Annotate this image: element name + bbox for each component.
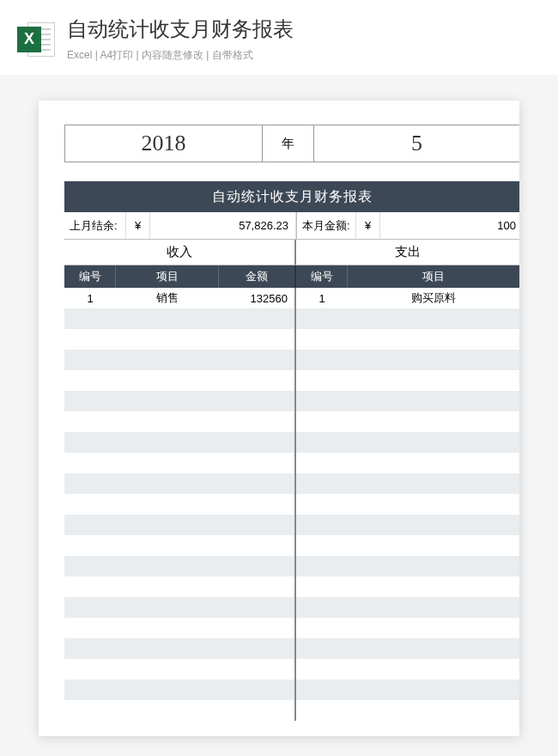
expense-num-cell: [296, 308, 348, 329]
expense-num-cell: [296, 515, 348, 535]
income-amount-cell: [219, 329, 296, 350]
expense-num-cell: [296, 453, 348, 473]
income-item-cell: [116, 432, 219, 453]
expense-num-cell: [296, 597, 348, 618]
table-row: [64, 412, 519, 432]
table-row: [64, 432, 519, 453]
income-amount-cell: [219, 494, 296, 515]
table-row: [64, 391, 519, 412]
col-header-item: 项目: [116, 265, 219, 288]
expense-item-cell: [348, 700, 519, 721]
expense-item-cell: [348, 556, 519, 576]
expense-item-cell: [348, 329, 519, 350]
income-item-cell: [116, 597, 219, 618]
income-item-cell: [116, 473, 219, 494]
income-item-cell: [116, 556, 219, 576]
income-amount-cell: [219, 576, 296, 597]
expense-item-cell: [348, 680, 519, 700]
income-item-cell: [116, 659, 219, 680]
income-item-cell: [116, 308, 219, 329]
table-row: [64, 618, 519, 638]
income-num-cell: [64, 329, 116, 350]
expense-num-cell: [296, 700, 348, 721]
income-num-cell: [64, 535, 116, 556]
page-header: X 自动统计收支月财务报表 Excel | A4打印 | 内容随意修改 | 自带…: [0, 0, 558, 75]
prev-balance-label: 上月结余:: [64, 212, 126, 239]
expense-num-cell: [296, 412, 348, 432]
expense-item-cell: [348, 432, 519, 453]
income-item-cell: [116, 680, 219, 700]
income-amount-cell: 132560: [219, 288, 296, 308]
income-num-cell: [64, 391, 116, 412]
income-num-cell: [64, 700, 116, 721]
income-amount-cell: [219, 556, 296, 576]
income-amount-cell: [219, 370, 296, 391]
expense-item-cell: [348, 494, 519, 515]
document-preview: 2018 年 5 自动统计收支月财务报表 上月结余: ¥ 57,826.23 本…: [39, 101, 519, 736]
summary-row: 上月结余: ¥ 57,826.23 本月金额: ¥ 100: [64, 212, 519, 240]
data-area: 1销售1325601购买原料: [64, 288, 519, 721]
income-item-cell: [116, 700, 219, 721]
column-header-row: 编号 项目 金额 编号 项目: [64, 265, 519, 288]
expense-num-cell: [296, 576, 348, 597]
table-row: [64, 659, 519, 680]
income-num-cell: [64, 680, 116, 700]
expense-item-cell: [348, 515, 519, 535]
income-item-cell: [116, 370, 219, 391]
expense-num-cell: [296, 494, 348, 515]
year-label: 年: [263, 125, 314, 162]
expense-item-cell: [348, 308, 519, 329]
income-num-cell: [64, 659, 116, 680]
expense-num-cell: [296, 659, 348, 680]
section-header-row: 收入 支出: [64, 240, 519, 265]
expense-item-cell: 购买原料: [348, 288, 519, 308]
prev-balance-value: 57,826.23: [150, 212, 296, 239]
income-item-cell: [116, 515, 219, 535]
expense-num-cell: [296, 680, 348, 700]
this-month-label: 本月金额:: [296, 212, 356, 239]
income-num-cell: [64, 638, 116, 659]
income-item-cell: [116, 618, 219, 638]
income-num-cell: [64, 576, 116, 597]
income-amount-cell: [219, 515, 296, 535]
income-item-cell: [116, 535, 219, 556]
expense-num-cell: [296, 350, 348, 370]
table-row: [64, 473, 519, 494]
income-amount-cell: [219, 473, 296, 494]
table-row: [64, 700, 519, 721]
preview-container: 2018 年 5 自动统计收支月财务报表 上月结余: ¥ 57,826.23 本…: [0, 75, 558, 756]
expense-item-cell: [348, 597, 519, 618]
expense-item-cell: [348, 473, 519, 494]
expense-num-cell: [296, 556, 348, 576]
income-num-cell: [64, 412, 116, 432]
expense-section-label: 支出: [296, 240, 519, 265]
income-item-cell: [116, 329, 219, 350]
expense-item-cell: [348, 576, 519, 597]
col-header-amount: 金额: [219, 265, 296, 288]
income-amount-cell: [219, 308, 296, 329]
income-num-cell: [64, 515, 116, 535]
table-row: [64, 329, 519, 350]
income-amount-cell: [219, 412, 296, 432]
expense-num-cell: 1: [296, 288, 348, 308]
income-amount-cell: [219, 350, 296, 370]
income-item-cell: [116, 391, 219, 412]
income-num-cell: [64, 494, 116, 515]
income-amount-cell: [219, 391, 296, 412]
year-value: 2018: [65, 125, 263, 162]
sheet-title: 自动统计收支月财务报表: [64, 181, 519, 212]
income-item-cell: 销售: [116, 288, 219, 308]
table-row: [64, 597, 519, 618]
table-row: [64, 680, 519, 700]
expense-item-cell: [348, 412, 519, 432]
table-row: [64, 370, 519, 391]
income-amount-cell: [219, 453, 296, 473]
table-row: [64, 556, 519, 576]
income-amount-cell: [219, 535, 296, 556]
expense-item-cell: [348, 659, 519, 680]
income-amount-cell: [219, 638, 296, 659]
table-row: 1销售1325601购买原料: [64, 288, 519, 308]
income-item-cell: [116, 412, 219, 432]
table-row: [64, 638, 519, 659]
expense-item-cell: [348, 453, 519, 473]
